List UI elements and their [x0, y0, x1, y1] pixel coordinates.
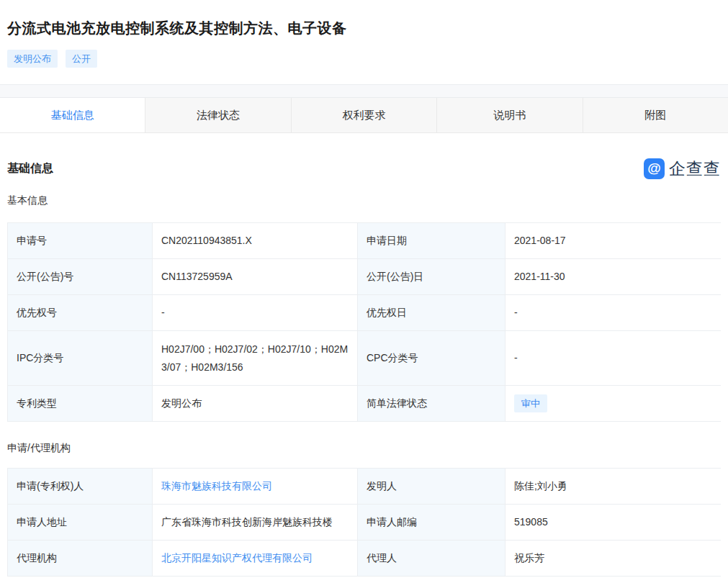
- field-label: CPC分类号: [358, 331, 505, 386]
- tab-description[interactable]: 说明书: [437, 98, 583, 132]
- main-content: 基础信息 @ 企查查 基本信息 申请号 CN202110943851.X 申请日…: [0, 158, 728, 577]
- field-value: 2021-08-17: [505, 223, 722, 259]
- tab-legal-status[interactable]: 法律状态: [145, 98, 291, 132]
- field-label: 代理机构: [8, 541, 153, 577]
- table-row: 申请(专利权)人 珠海市魅族科技有限公司 发明人 陈佳;刘小勇: [8, 469, 722, 505]
- field-value: 519085: [505, 505, 722, 541]
- field-label: 发明人: [358, 469, 505, 505]
- patent-type-tag: 发明公布: [7, 50, 58, 68]
- field-value: 审中: [505, 386, 722, 422]
- agency-company-link[interactable]: 北京开阳星知识产权代理有限公司: [161, 552, 313, 564]
- tab-bar: 基础信息 法律状态 权利要求 说明书 附图: [0, 98, 728, 133]
- table-row: 公开(公告)号 CN113725959A 公开(公告)日 2021-11-30: [8, 259, 722, 295]
- publication-status-tag: 公开: [66, 50, 97, 68]
- field-value: 陈佳;刘小勇: [505, 469, 722, 505]
- field-label: 申请人邮编: [358, 505, 505, 541]
- table-row: IPC分类号 H02J7/00；H02J7/02；H02J7/10；H02M3/…: [8, 331, 722, 386]
- tag-row: 发明公布 公开: [7, 50, 721, 68]
- field-value: 北京开阳星知识产权代理有限公司: [153, 541, 358, 577]
- table-row: 申请号 CN202110943851.X 申请日期 2021-08-17: [8, 223, 722, 259]
- field-label: 优先权日: [358, 295, 505, 331]
- tab-drawings[interactable]: 附图: [583, 98, 728, 132]
- table-row: 专利类型 发明公布 简单法律状态 审中: [8, 386, 722, 422]
- field-value: CN113725959A: [153, 259, 358, 295]
- field-label: 公开(公告)号: [8, 259, 153, 295]
- field-label: 申请日期: [358, 223, 505, 259]
- qichacha-logo: @ 企查查: [644, 158, 721, 180]
- field-label: 简单法律状态: [358, 386, 505, 422]
- field-label: IPC分类号: [8, 331, 153, 386]
- section-divider: [0, 84, 728, 98]
- agency-info-table: 申请(专利权)人 珠海市魅族科技有限公司 发明人 陈佳;刘小勇 申请人地址 广东…: [7, 468, 721, 577]
- section-header: 基础信息 @ 企查查: [7, 158, 721, 179]
- field-value: 珠海市魅族科技有限公司: [153, 469, 358, 505]
- patent-detail-page: 分流式电池充放电控制系统及其控制方法、电子设备 发明公布 公开 基础信息 法律状…: [0, 19, 728, 577]
- agency-heading: 申请/代理机构: [7, 442, 721, 455]
- basic-info-table: 申请号 CN202110943851.X 申请日期 2021-08-17 公开(…: [7, 222, 721, 422]
- table-row: 优先权号 - 优先权日 -: [8, 295, 722, 331]
- applicant-company-link[interactable]: 珠海市魅族科技有限公司: [161, 480, 272, 492]
- tab-claims[interactable]: 权利要求: [292, 98, 437, 132]
- field-label: 代理人: [358, 541, 505, 577]
- field-value: -: [505, 331, 722, 386]
- field-label: 申请(专利权)人: [8, 469, 153, 505]
- qichacha-logo-icon: @: [644, 158, 665, 179]
- page-title: 分流式电池充放电控制系统及其控制方法、电子设备: [7, 19, 721, 38]
- section-title: 基础信息: [7, 161, 53, 176]
- table-row: 代理机构 北京开阳星知识产权代理有限公司 代理人 祝乐芳: [8, 541, 722, 577]
- field-value: 发明公布: [153, 386, 358, 422]
- qichacha-logo-text: 企查查: [669, 158, 721, 180]
- status-badge: 审中: [514, 394, 547, 412]
- field-value: 2021-11-30: [505, 259, 722, 295]
- field-label: 公开(公告)日: [358, 259, 505, 295]
- field-value: -: [153, 295, 358, 331]
- field-label: 申请号: [8, 223, 153, 259]
- field-value: -: [505, 295, 722, 331]
- basic-info-heading: 基本信息: [7, 194, 721, 207]
- field-label: 申请人地址: [8, 505, 153, 541]
- table-row: 申请人地址 广东省珠海市科技创新海岸魅族科技楼 申请人邮编 519085: [8, 505, 722, 541]
- field-value: CN202110943851.X: [153, 223, 358, 259]
- field-value: H02J7/00；H02J7/02；H02J7/10；H02M3/07；H02M…: [153, 331, 358, 386]
- field-label: 专利类型: [8, 386, 153, 422]
- field-label: 优先权号: [8, 295, 153, 331]
- field-value: 祝乐芳: [505, 541, 722, 577]
- tab-basic-info[interactable]: 基础信息: [0, 98, 145, 132]
- field-value: 广东省珠海市科技创新海岸魅族科技楼: [153, 505, 358, 541]
- page-header: 分流式电池充放电控制系统及其控制方法、电子设备 发明公布 公开: [0, 19, 728, 68]
